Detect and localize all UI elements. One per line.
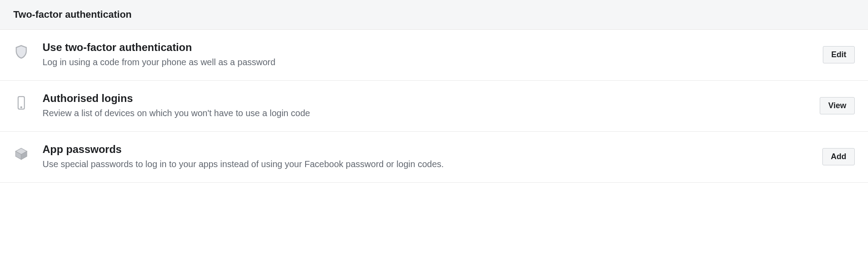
phone-icon xyxy=(13,95,29,111)
edit-button[interactable]: Edit xyxy=(823,46,855,63)
shield-icon xyxy=(13,44,29,60)
cube-icon xyxy=(13,146,29,162)
row-title: Use two-factor authentication xyxy=(43,41,814,54)
svg-point-1 xyxy=(21,107,22,108)
row-description: Use special passwords to log in to your … xyxy=(43,158,814,170)
row-title: App passwords xyxy=(43,143,814,156)
row-content: Use two-factor authentication Log in usi… xyxy=(43,41,814,68)
add-button[interactable]: Add xyxy=(822,148,855,165)
row-description: Log in using a code from your phone as w… xyxy=(43,56,814,68)
row-action: Add xyxy=(822,148,855,165)
row-content: App passwords Use special passwords to l… xyxy=(43,143,814,170)
section-header: Two-factor authentication xyxy=(0,0,868,30)
view-button[interactable]: View xyxy=(820,97,855,114)
row-action: Edit xyxy=(823,46,855,63)
row-two-factor: Use two-factor authentication Log in usi… xyxy=(0,30,868,81)
row-app-passwords: App passwords Use special passwords to l… xyxy=(0,132,868,183)
row-action: View xyxy=(820,97,855,114)
row-description: Review a list of devices on which you wo… xyxy=(43,107,811,119)
row-authorised-logins: Authorised logins Review a list of devic… xyxy=(0,81,868,132)
section-title: Two-factor authentication xyxy=(13,9,855,20)
row-content: Authorised logins Review a list of devic… xyxy=(43,92,811,119)
row-title: Authorised logins xyxy=(43,92,811,105)
